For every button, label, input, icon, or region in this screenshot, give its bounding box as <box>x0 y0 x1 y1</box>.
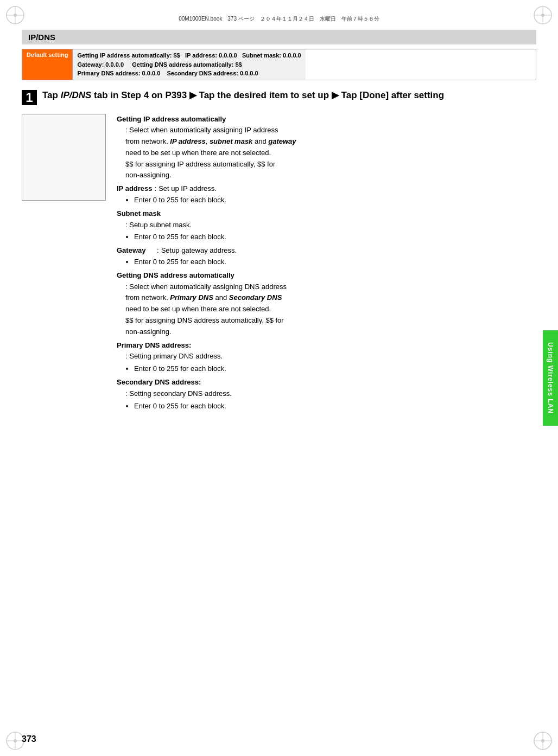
secondary-dns-term: Secondary DNS address: <box>117 378 201 386</box>
ip-address-bullets: Enter 0 to 255 for each block. <box>134 195 536 206</box>
page-metadata: 00M1000EN.book 373 ページ ２０４年１１月２４日 水曜日 午前… <box>33 15 525 23</box>
primary-dns-desc: : Setting primary DNS address. <box>117 351 536 362</box>
svg-point-3 <box>14 14 17 17</box>
primary-dns-bullets: Enter 0 to 255 for each block. <box>134 363 536 375</box>
page-title: IP/DNS <box>28 33 55 42</box>
subnet-mask-term: Subnet mask <box>117 209 161 217</box>
content-area: Getting IP address automatically : Selec… <box>22 114 536 414</box>
page-number: 373 <box>22 734 36 744</box>
step-instruction: Tap IP/DNS tab in Step 4 on P393 ▶ Tap t… <box>42 89 444 102</box>
secondary-dns-section: Secondary DNS address: : Setting seconda… <box>117 377 536 412</box>
corner-decoration-tr <box>532 4 554 26</box>
ip-address-bullet-1: Enter 0 to 255 for each block. <box>134 195 536 206</box>
default-setting-label: Default setting <box>22 49 72 80</box>
svg-point-11 <box>14 739 17 742</box>
secondary-dns-bullets: Enter 0 to 255 for each block. <box>134 401 536 412</box>
primary-dns-section: Primary DNS address: : Setting primary D… <box>117 340 536 375</box>
main-content: IP/DNS Default setting Getting IP addres… <box>22 30 536 726</box>
getting-dns-term: Getting DNS address automatically <box>117 271 234 279</box>
getting-ip-desc: : Select when automatically assigning IP… <box>117 125 536 181</box>
primary-dns-term: Primary DNS address: <box>117 341 191 349</box>
secondary-dns-bullet-1: Enter 0 to 255 for each block. <box>134 401 536 412</box>
sidebar-label: Using Wireless LAN <box>547 342 554 414</box>
subnet-mask-bullet-1: Enter 0 to 255 for each block. <box>134 232 536 243</box>
gateway-desc: Setup gateway address. <box>161 245 237 257</box>
default-value-line3: Primary DNS address: 0.0.0.0 Secondary D… <box>77 69 301 78</box>
getting-ip-term: Getting IP address automatically <box>117 115 226 123</box>
default-value-line2: Gateway: 0.0.0.0 Getting DNS address aut… <box>77 60 301 69</box>
ip-address-term: IP address <box>117 183 153 195</box>
gateway-bullets: Enter 0 to 255 for each block. <box>134 257 536 268</box>
description-block: Getting IP address automatically : Selec… <box>117 114 536 414</box>
gateway-bullet-1: Enter 0 to 255 for each block. <box>134 257 536 268</box>
step-number: 1 <box>22 90 37 105</box>
gateway-section: Gateway : Setup gateway address. Enter 0… <box>117 245 536 268</box>
default-setting-row: Default setting Getting IP address autom… <box>22 49 536 80</box>
ip-address-desc: Set up IP address. <box>158 183 217 195</box>
device-image <box>22 114 106 201</box>
svg-point-7 <box>541 14 544 17</box>
default-setting-value: Getting IP address automatically: $$ IP … <box>72 49 305 80</box>
getting-dns-section: Getting DNS address automatically : Sele… <box>117 270 536 338</box>
corner-decoration-br <box>532 730 554 752</box>
default-value-line1: Getting IP address automatically: $$ IP … <box>77 51 301 60</box>
getting-ip-section: Getting IP address automatically : Selec… <box>117 114 536 182</box>
getting-dns-desc: : Select when automatically assigning DN… <box>117 281 536 338</box>
right-sidebar: Using Wireless LAN <box>543 330 558 426</box>
gateway-term: Gateway <box>117 245 155 257</box>
ip-address-section: IP address : Set up IP address. Enter 0 … <box>117 183 536 206</box>
subnet-mask-desc: : Setup subnet mask. <box>117 220 536 231</box>
page-header: IP/DNS <box>22 30 536 44</box>
svg-point-15 <box>541 739 544 742</box>
step-1-row: 1 Tap IP/DNS tab in Step 4 on P393 ▶ Tap… <box>22 89 536 105</box>
subnet-mask-section: Subnet mask : Setup subnet mask. Enter 0… <box>117 208 536 243</box>
primary-dns-bullet-1: Enter 0 to 255 for each block. <box>134 363 536 375</box>
corner-decoration-tl <box>4 4 26 26</box>
secondary-dns-desc: : Setting secondary DNS address. <box>117 388 536 400</box>
subnet-mask-bullets: Enter 0 to 255 for each block. <box>134 232 536 243</box>
